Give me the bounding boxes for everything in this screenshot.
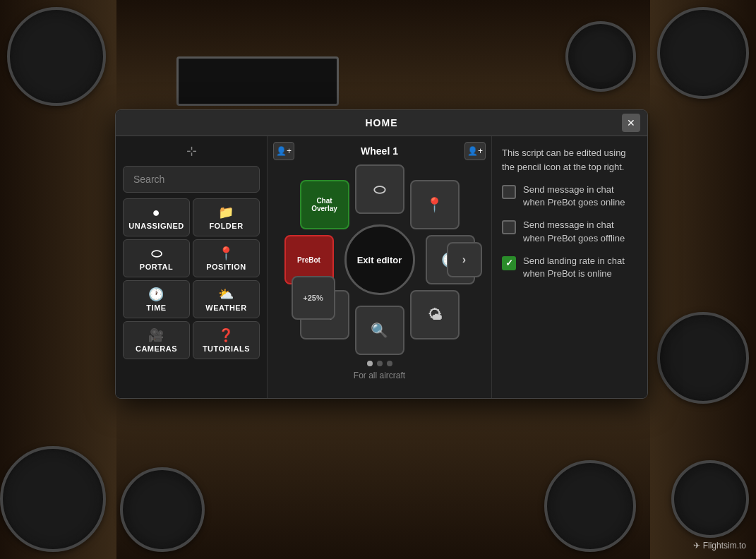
btn-folder[interactable]: 📁 FOLDER xyxy=(193,198,260,236)
wheel-area: 👤+ Wheel 1 👤+ Exit editor ⬭ 📍 xyxy=(268,136,492,398)
gauge-top-left xyxy=(7,7,106,106)
info-text: This script can be edited using the penc… xyxy=(502,146,637,174)
prev-icon: 👤+ xyxy=(276,146,292,156)
modal-title: HOME xyxy=(366,117,398,128)
wheel-title: Wheel 1 xyxy=(361,145,398,157)
wheel-center[interactable]: Exit editor xyxy=(344,224,415,295)
seg-top-icon: ⬭ xyxy=(373,181,385,198)
btn-unassigned[interactable]: ● UNASSIGNED xyxy=(123,198,190,236)
watermark-text: Flightsim.to xyxy=(703,541,746,551)
display-top-center xyxy=(176,56,339,106)
weather-icon: ⛅ xyxy=(218,288,234,301)
seg-bot-right[interactable]: 🌤 xyxy=(410,290,460,339)
seg-bottom-icon: 🔍 xyxy=(371,322,388,339)
wheel-next-btn[interactable]: 👤+ xyxy=(464,142,486,160)
checkbox-2[interactable] xyxy=(502,220,516,234)
tutorials-icon: ❓ xyxy=(218,329,234,342)
position-icon: 📍 xyxy=(218,247,234,260)
arrow-icon: › xyxy=(462,253,466,266)
btn-time[interactable]: 🕐 TIME xyxy=(123,280,190,318)
seg-top-right-icon: 📍 xyxy=(426,196,443,213)
dot-3[interactable] xyxy=(387,361,392,366)
modal-header: HOME ✕ xyxy=(116,110,647,136)
gauge-right-mid xyxy=(657,312,749,404)
folder-icon: 📁 xyxy=(218,206,234,219)
checkbox-row-2: Send message in chat when PreBot goes of… xyxy=(502,219,637,244)
time-icon: 🕐 xyxy=(148,288,164,301)
sidebar: ⊹ ● UNASSIGNED 📁 FOLDER ⬭ PORTAL 📍 POSI xyxy=(116,136,268,398)
wheel-dots xyxy=(367,361,392,366)
wheel-footer: For all aircraft xyxy=(354,371,405,380)
seg-arrow[interactable]: › xyxy=(447,242,482,277)
seg-top-right[interactable]: 📍 xyxy=(410,180,460,229)
seg-bottom[interactable]: 🔍 xyxy=(355,306,404,355)
gauge-top-center xyxy=(565,21,636,92)
prebot-label: PreBot xyxy=(297,256,320,264)
plus25-label: +25% xyxy=(303,294,323,302)
seg-plus25[interactable]: +25% xyxy=(292,276,335,320)
wheel-header: 👤+ Wheel 1 👤+ xyxy=(273,142,486,160)
checkbox-1-label: Send message in chat when PreBot goes on… xyxy=(523,184,637,209)
grid-buttons: ● UNASSIGNED 📁 FOLDER ⬭ PORTAL 📍 POSITIO… xyxy=(123,198,260,359)
seg-chat-overlay[interactable]: Chat Overlay xyxy=(300,180,349,229)
wheel-prev-btn[interactable]: 👤+ xyxy=(273,142,294,160)
btn-tutorials[interactable]: ❓ TUTORIALS xyxy=(193,321,260,359)
cameras-icon: 🎥 xyxy=(148,329,164,342)
btn-cameras[interactable]: 🎥 CAMERAS xyxy=(123,321,190,359)
checkbox-row-1: Send message in chat when PreBot goes on… xyxy=(502,184,637,209)
portal-icon: ⬭ xyxy=(151,247,162,260)
gauge-top-right xyxy=(657,7,749,99)
btn-position[interactable]: 📍 POSITION xyxy=(193,239,260,277)
wheel-container: Exit editor ⬭ 📍 🕐 🌤 xyxy=(284,164,475,355)
next-icon: 👤+ xyxy=(467,146,483,156)
dot-2[interactable] xyxy=(377,361,383,366)
checkbox-1[interactable] xyxy=(502,185,516,199)
gauge-right-bottom xyxy=(671,460,749,538)
checkbox-2-label: Send message in chat when PreBot goes of… xyxy=(523,219,637,244)
right-panel: This script can be edited using the penc… xyxy=(492,136,647,398)
modal-body: ⊹ ● UNASSIGNED 📁 FOLDER ⬭ PORTAL 📍 POSI xyxy=(116,136,647,398)
dot-1[interactable] xyxy=(367,361,373,366)
checkbox-3[interactable] xyxy=(502,256,516,270)
btn-weather[interactable]: ⛅ WEATHER xyxy=(193,280,260,318)
seg-bot-right-icon: 🌤 xyxy=(428,307,442,323)
close-button[interactable]: ✕ xyxy=(622,114,640,132)
watermark-icon: ✈ xyxy=(693,541,700,551)
main-modal: HOME ✕ ⊹ ● UNASSIGNED 📁 FOLDER ⬭ PORTAL xyxy=(115,109,648,399)
move-handle[interactable]: ⊹ xyxy=(123,143,260,159)
btn-portal[interactable]: ⬭ PORTAL xyxy=(123,239,190,277)
search-input[interactable] xyxy=(123,166,260,193)
gauge-bottom-center-right xyxy=(544,460,636,552)
checkbox-row-3: Send landing rate in chat when PreBot is… xyxy=(502,255,637,280)
chat-overlay-label: Chat Overlay xyxy=(311,197,337,212)
gauge-bottom-left xyxy=(0,446,106,552)
unassigned-icon: ● xyxy=(152,206,160,219)
watermark: ✈ Flightsim.to xyxy=(693,541,746,551)
checkbox-3-label: Send landing rate in chat when PreBot is… xyxy=(523,255,637,280)
seg-top[interactable]: ⬭ xyxy=(355,164,404,214)
gauge-bottom-center-left xyxy=(120,467,205,552)
